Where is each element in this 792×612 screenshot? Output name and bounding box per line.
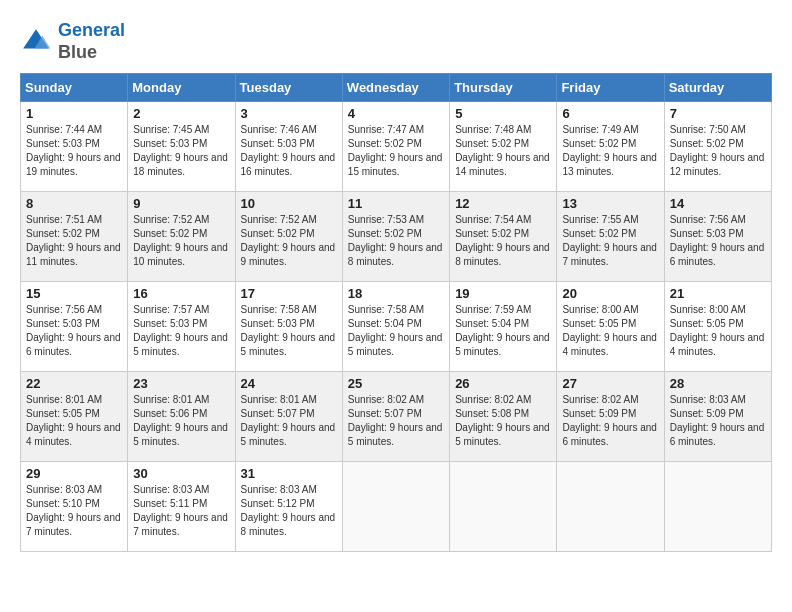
day-number: 20 xyxy=(562,286,658,301)
calendar-cell: 25 Sunrise: 8:02 AMSunset: 5:07 PMDaylig… xyxy=(342,372,449,462)
calendar-cell: 20 Sunrise: 8:00 AMSunset: 5:05 PMDaylig… xyxy=(557,282,664,372)
calendar-week-1: 1 Sunrise: 7:44 AMSunset: 5:03 PMDayligh… xyxy=(21,102,772,192)
day-info: Sunrise: 7:48 AMSunset: 5:02 PMDaylight:… xyxy=(455,124,550,177)
calendar-table: SundayMondayTuesdayWednesdayThursdayFrid… xyxy=(20,73,772,552)
day-info: Sunrise: 7:53 AMSunset: 5:02 PMDaylight:… xyxy=(348,214,443,267)
day-number: 4 xyxy=(348,106,444,121)
day-number: 6 xyxy=(562,106,658,121)
calendar-cell: 28 Sunrise: 8:03 AMSunset: 5:09 PMDaylig… xyxy=(664,372,771,462)
calendar-cell: 30 Sunrise: 8:03 AMSunset: 5:11 PMDaylig… xyxy=(128,462,235,552)
calendar-cell: 21 Sunrise: 8:00 AMSunset: 5:05 PMDaylig… xyxy=(664,282,771,372)
logo: GeneralBlue xyxy=(20,20,125,63)
day-info: Sunrise: 8:01 AMSunset: 5:06 PMDaylight:… xyxy=(133,394,228,447)
day-info: Sunrise: 8:03 AMSunset: 5:10 PMDaylight:… xyxy=(26,484,121,537)
calendar-cell: 23 Sunrise: 8:01 AMSunset: 5:06 PMDaylig… xyxy=(128,372,235,462)
calendar-cell: 16 Sunrise: 7:57 AMSunset: 5:03 PMDaylig… xyxy=(128,282,235,372)
calendar-cell: 4 Sunrise: 7:47 AMSunset: 5:02 PMDayligh… xyxy=(342,102,449,192)
calendar-week-4: 22 Sunrise: 8:01 AMSunset: 5:05 PMDaylig… xyxy=(21,372,772,462)
day-info: Sunrise: 7:49 AMSunset: 5:02 PMDaylight:… xyxy=(562,124,657,177)
day-info: Sunrise: 7:57 AMSunset: 5:03 PMDaylight:… xyxy=(133,304,228,357)
day-info: Sunrise: 8:03 AMSunset: 5:09 PMDaylight:… xyxy=(670,394,765,447)
day-info: Sunrise: 7:50 AMSunset: 5:02 PMDaylight:… xyxy=(670,124,765,177)
calendar-cell: 19 Sunrise: 7:59 AMSunset: 5:04 PMDaylig… xyxy=(450,282,557,372)
calendar-cell: 15 Sunrise: 7:56 AMSunset: 5:03 PMDaylig… xyxy=(21,282,128,372)
calendar-cell: 2 Sunrise: 7:45 AMSunset: 5:03 PMDayligh… xyxy=(128,102,235,192)
day-info: Sunrise: 8:01 AMSunset: 5:07 PMDaylight:… xyxy=(241,394,336,447)
day-number: 21 xyxy=(670,286,766,301)
calendar-cell: 12 Sunrise: 7:54 AMSunset: 5:02 PMDaylig… xyxy=(450,192,557,282)
day-number: 14 xyxy=(670,196,766,211)
day-number: 10 xyxy=(241,196,337,211)
day-number: 18 xyxy=(348,286,444,301)
day-info: Sunrise: 8:00 AMSunset: 5:05 PMDaylight:… xyxy=(670,304,765,357)
day-info: Sunrise: 7:56 AMSunset: 5:03 PMDaylight:… xyxy=(670,214,765,267)
day-info: Sunrise: 8:02 AMSunset: 5:07 PMDaylight:… xyxy=(348,394,443,447)
day-info: Sunrise: 7:51 AMSunset: 5:02 PMDaylight:… xyxy=(26,214,121,267)
col-header-sunday: Sunday xyxy=(21,74,128,102)
logo-icon xyxy=(20,26,52,58)
calendar-cell xyxy=(342,462,449,552)
day-info: Sunrise: 7:52 AMSunset: 5:02 PMDaylight:… xyxy=(241,214,336,267)
calendar-cell xyxy=(557,462,664,552)
col-header-wednesday: Wednesday xyxy=(342,74,449,102)
calendar-cell: 7 Sunrise: 7:50 AMSunset: 5:02 PMDayligh… xyxy=(664,102,771,192)
day-number: 22 xyxy=(26,376,122,391)
day-number: 23 xyxy=(133,376,229,391)
calendar-cell: 24 Sunrise: 8:01 AMSunset: 5:07 PMDaylig… xyxy=(235,372,342,462)
day-number: 2 xyxy=(133,106,229,121)
calendar-cell: 27 Sunrise: 8:02 AMSunset: 5:09 PMDaylig… xyxy=(557,372,664,462)
day-number: 24 xyxy=(241,376,337,391)
calendar-cell: 6 Sunrise: 7:49 AMSunset: 5:02 PMDayligh… xyxy=(557,102,664,192)
calendar-cell: 13 Sunrise: 7:55 AMSunset: 5:02 PMDaylig… xyxy=(557,192,664,282)
day-number: 3 xyxy=(241,106,337,121)
calendar-cell: 17 Sunrise: 7:58 AMSunset: 5:03 PMDaylig… xyxy=(235,282,342,372)
calendar-cell: 1 Sunrise: 7:44 AMSunset: 5:03 PMDayligh… xyxy=(21,102,128,192)
calendar-cell: 3 Sunrise: 7:46 AMSunset: 5:03 PMDayligh… xyxy=(235,102,342,192)
day-number: 11 xyxy=(348,196,444,211)
day-number: 17 xyxy=(241,286,337,301)
day-number: 12 xyxy=(455,196,551,211)
day-number: 8 xyxy=(26,196,122,211)
day-info: Sunrise: 8:01 AMSunset: 5:05 PMDaylight:… xyxy=(26,394,121,447)
calendar-cell: 8 Sunrise: 7:51 AMSunset: 5:02 PMDayligh… xyxy=(21,192,128,282)
day-number: 1 xyxy=(26,106,122,121)
day-info: Sunrise: 7:54 AMSunset: 5:02 PMDaylight:… xyxy=(455,214,550,267)
calendar-cell xyxy=(664,462,771,552)
day-number: 27 xyxy=(562,376,658,391)
day-number: 30 xyxy=(133,466,229,481)
header: GeneralBlue xyxy=(20,20,772,63)
calendar-cell: 26 Sunrise: 8:02 AMSunset: 5:08 PMDaylig… xyxy=(450,372,557,462)
logo-text: GeneralBlue xyxy=(58,20,125,63)
calendar-cell: 11 Sunrise: 7:53 AMSunset: 5:02 PMDaylig… xyxy=(342,192,449,282)
calendar-week-5: 29 Sunrise: 8:03 AMSunset: 5:10 PMDaylig… xyxy=(21,462,772,552)
day-info: Sunrise: 8:02 AMSunset: 5:08 PMDaylight:… xyxy=(455,394,550,447)
day-info: Sunrise: 8:03 AMSunset: 5:11 PMDaylight:… xyxy=(133,484,228,537)
day-number: 13 xyxy=(562,196,658,211)
day-info: Sunrise: 7:46 AMSunset: 5:03 PMDaylight:… xyxy=(241,124,336,177)
day-info: Sunrise: 7:44 AMSunset: 5:03 PMDaylight:… xyxy=(26,124,121,177)
calendar-cell xyxy=(450,462,557,552)
calendar-cell: 14 Sunrise: 7:56 AMSunset: 5:03 PMDaylig… xyxy=(664,192,771,282)
calendar-cell: 22 Sunrise: 8:01 AMSunset: 5:05 PMDaylig… xyxy=(21,372,128,462)
col-header-monday: Monday xyxy=(128,74,235,102)
day-info: Sunrise: 7:59 AMSunset: 5:04 PMDaylight:… xyxy=(455,304,550,357)
day-info: Sunrise: 7:56 AMSunset: 5:03 PMDaylight:… xyxy=(26,304,121,357)
calendar-cell: 29 Sunrise: 8:03 AMSunset: 5:10 PMDaylig… xyxy=(21,462,128,552)
day-info: Sunrise: 7:45 AMSunset: 5:03 PMDaylight:… xyxy=(133,124,228,177)
calendar-week-3: 15 Sunrise: 7:56 AMSunset: 5:03 PMDaylig… xyxy=(21,282,772,372)
day-number: 5 xyxy=(455,106,551,121)
day-number: 29 xyxy=(26,466,122,481)
day-info: Sunrise: 7:58 AMSunset: 5:04 PMDaylight:… xyxy=(348,304,443,357)
day-info: Sunrise: 8:03 AMSunset: 5:12 PMDaylight:… xyxy=(241,484,336,537)
col-header-tuesday: Tuesday xyxy=(235,74,342,102)
calendar-cell: 5 Sunrise: 7:48 AMSunset: 5:02 PMDayligh… xyxy=(450,102,557,192)
calendar-cell: 10 Sunrise: 7:52 AMSunset: 5:02 PMDaylig… xyxy=(235,192,342,282)
day-info: Sunrise: 7:47 AMSunset: 5:02 PMDaylight:… xyxy=(348,124,443,177)
calendar-cell: 9 Sunrise: 7:52 AMSunset: 5:02 PMDayligh… xyxy=(128,192,235,282)
calendar-cell: 18 Sunrise: 7:58 AMSunset: 5:04 PMDaylig… xyxy=(342,282,449,372)
col-header-thursday: Thursday xyxy=(450,74,557,102)
day-info: Sunrise: 8:02 AMSunset: 5:09 PMDaylight:… xyxy=(562,394,657,447)
day-number: 15 xyxy=(26,286,122,301)
col-header-saturday: Saturday xyxy=(664,74,771,102)
col-header-friday: Friday xyxy=(557,74,664,102)
